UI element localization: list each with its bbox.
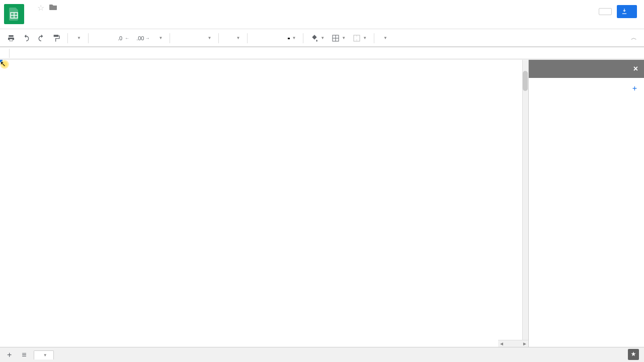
- font-size-dropdown[interactable]: ▼: [223, 35, 243, 41]
- conditional-format-sidebar: × +: [528, 60, 644, 347]
- borders-dropdown[interactable]: ▼: [329, 33, 349, 43]
- fill-color-dropdown[interactable]: ▼: [307, 33, 328, 43]
- toolbar-more-dropdown[interactable]: ▼: [378, 35, 390, 41]
- add-new-rule-button[interactable]: +: [536, 84, 637, 93]
- paint-format-icon[interactable]: [49, 32, 63, 44]
- redo-icon[interactable]: [34, 32, 48, 44]
- zoom-dropdown[interactable]: ▼: [72, 35, 84, 41]
- document-title[interactable]: [28, 7, 32, 9]
- format-percent-button[interactable]: [104, 36, 114, 40]
- sheets-logo[interactable]: [4, 4, 24, 24]
- comments-button[interactable]: [599, 8, 612, 15]
- print-icon[interactable]: [4, 32, 18, 44]
- vertical-scrollbar[interactable]: [522, 60, 528, 347]
- sheet-tab[interactable]: ▼: [34, 350, 54, 359]
- font-dropdown[interactable]: ▼: [174, 35, 214, 41]
- number-format-dropdown[interactable]: ▼: [153, 35, 166, 41]
- horizontal-scrollbar[interactable]: ◄►: [498, 340, 528, 347]
- merge-cells-dropdown[interactable]: ▼: [350, 33, 370, 43]
- strikethrough-button[interactable]: [274, 36, 284, 40]
- undo-icon[interactable]: [19, 32, 33, 44]
- folder-icon[interactable]: [49, 4, 57, 13]
- close-icon[interactable]: ×: [633, 64, 638, 73]
- italic-button[interactable]: [263, 36, 273, 40]
- toolbar: ▼ .0 ← .00→ ▼ ▼ ▼ ▼ ▼ ▼ ▼ ▼ ︿: [0, 29, 644, 47]
- formula-bar[interactable]: [0, 47, 644, 59]
- explore-button[interactable]: [628, 349, 639, 360]
- format-currency-button[interactable]: [93, 36, 103, 40]
- increase-decimals-button[interactable]: .00→: [133, 33, 152, 43]
- cursor-arrow-icon: ↖: [0, 60, 6, 68]
- collapse-toolbar-icon[interactable]: ︿: [628, 32, 640, 44]
- add-sheet-button[interactable]: +: [4, 348, 15, 361]
- share-button[interactable]: [617, 5, 637, 18]
- text-color-dropdown[interactable]: ▼: [285, 35, 299, 41]
- plus-icon: +: [632, 84, 637, 93]
- decrease-decimals-button[interactable]: .0 ←: [115, 33, 132, 43]
- star-icon[interactable]: ☆: [37, 3, 44, 13]
- bold-button[interactable]: [252, 36, 262, 40]
- svg-rect-6: [354, 35, 360, 41]
- all-sheets-button[interactable]: ≡: [19, 348, 29, 361]
